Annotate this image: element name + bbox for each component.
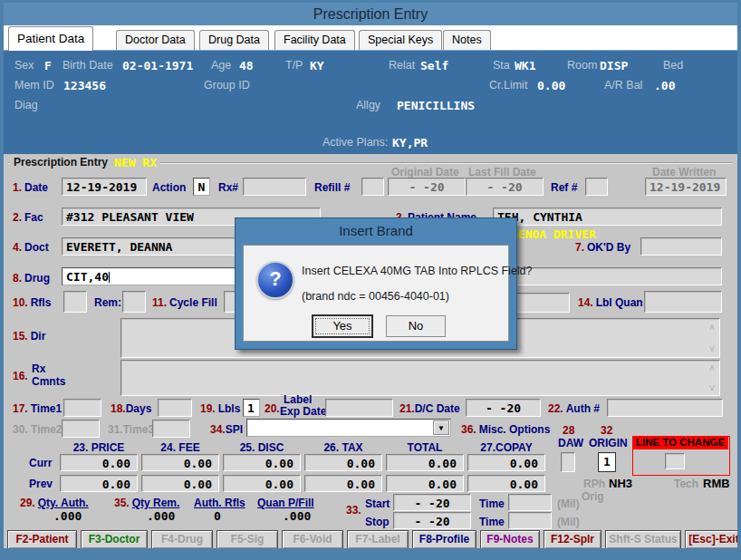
tab-strip: Patient Data Doctor Data Drug Data Facil… — [4, 25, 737, 51]
f7-label-button: F7-Label — [347, 530, 409, 549]
origin-num: 32 — [601, 424, 612, 437]
rph-value: NH3 — [609, 477, 632, 490]
stop-date-field[interactable]: - -20 — [393, 512, 471, 529]
label-exp-date-field[interactable] — [325, 399, 393, 417]
origin-header: ORIGIN — [589, 437, 628, 449]
new-rx-status: NEW RX — [111, 156, 160, 169]
f2-patient-button[interactable]: F2-Patient — [7, 530, 77, 549]
rx-cmnts-label-2: Cmnts — [32, 375, 65, 388]
action-field[interactable]: N — [193, 178, 210, 196]
yes-button[interactable]: Yes — [313, 315, 372, 337]
prev-price-field: 0.00 — [60, 475, 138, 492]
lbls-field[interactable]: 1 — [243, 399, 260, 417]
cr-limit-value: 0.00 — [537, 79, 565, 92]
lbl-quan-field[interactable] — [644, 291, 722, 313]
tab-facility-data[interactable]: Facility Data — [274, 30, 355, 50]
dialog-title: Insert Brand — [236, 218, 516, 244]
time1-field[interactable] — [63, 399, 101, 417]
curr-price-field[interactable]: 0.00 — [60, 454, 138, 471]
date-field[interactable]: 12-19-2019 — [62, 178, 147, 196]
origin-field[interactable]: 1 — [598, 452, 616, 472]
prev-row-label: Prev — [29, 478, 53, 490]
daw-field[interactable] — [561, 452, 575, 472]
rem-field[interactable] — [122, 291, 146, 313]
birth-date-value: 02-01-1971 — [122, 59, 193, 72]
scroll-down-icon[interactable]: ∨ — [707, 344, 717, 353]
f12-splr-button[interactable]: F12-Splr — [544, 530, 601, 549]
f5-sig-button: F5-Sig — [217, 530, 278, 549]
rx-cmnts-textarea[interactable]: ∧ ∨ — [120, 360, 720, 396]
start-time-field[interactable] — [508, 494, 552, 511]
start-date-field[interactable]: - -20 — [393, 494, 471, 511]
qty-rem-label: 35.Qty Rem. — [114, 497, 179, 509]
start-mil-label: (Mil) — [557, 497, 580, 510]
stop-mil-label: (Mil) — [557, 516, 580, 528]
groupbox-label: Prescription Entry — [10, 156, 111, 169]
stop-time-field[interactable] — [508, 512, 552, 529]
last-fill-date-label: Last Fill Date — [468, 166, 536, 179]
tab-notes[interactable]: Notes — [443, 30, 491, 50]
quan-pfill-value: .000 — [283, 509, 311, 523]
tab-drug-data[interactable]: Drug Data — [199, 30, 269, 50]
curr-copay-field[interactable]: 0.00 — [467, 454, 545, 471]
refill-label: Refill # — [314, 181, 350, 194]
f4-drug-button: F4-Drug — [151, 530, 213, 549]
f3-doctor-button[interactable]: F3-Doctor — [81, 530, 148, 549]
daw-header: DAW — [558, 437, 583, 449]
rfls-field[interactable] — [63, 291, 87, 313]
curr-disc-field[interactable]: 0.00 — [223, 454, 301, 471]
time2-label: 30. Time2 — [13, 423, 63, 436]
window-title: Prescription Entry — [4, 3, 737, 25]
genoa-driver-flag: GENOA DRIVER — [511, 227, 596, 241]
chevron-down-icon[interactable]: ▼ — [433, 420, 449, 435]
diag-label: Diag — [14, 99, 38, 111]
dc-date-field[interactable]: - -20 — [466, 399, 541, 417]
date-written-field: 12-19-2019 — [645, 178, 727, 196]
spi-dropdown[interactable]: ▼ — [246, 419, 451, 437]
scroll-down-icon[interactable]: ∨ — [707, 383, 717, 392]
active-plans-label: Active Plans: — [322, 136, 388, 149]
total-header: TOTAL — [386, 441, 464, 454]
esc-exit-button[interactable]: [Esc]-Exit — [685, 530, 741, 549]
curr-tax-field[interactable]: 0.00 — [304, 454, 382, 471]
curr-fee-field[interactable]: 0.00 — [141, 454, 219, 471]
qty-auth-value: .000 — [53, 509, 82, 523]
patient-name-field[interactable]: TEH, CYNTHIA — [493, 208, 722, 226]
group-id-label: Group ID — [204, 79, 250, 92]
misc-options-label: 36.Misc. Options — [461, 423, 550, 436]
no-button[interactable]: No — [386, 315, 446, 337]
dialog-body: ? Insert CELEXA 40MG TAB Into RPLCS Fiel… — [243, 245, 509, 342]
start-label: Start — [365, 497, 390, 510]
disc-header: 25. DISC — [223, 441, 301, 454]
auth-number-field[interactable] — [607, 399, 723, 417]
scroll-up-icon[interactable]: ∧ — [707, 323, 717, 332]
mem-id-value: 123456 — [63, 79, 106, 92]
time3-label: 31.Time3 — [108, 423, 154, 436]
refill-field[interactable] — [361, 178, 384, 196]
age-value: 48 — [239, 59, 254, 72]
dc-date-label: 21.D/C Date — [399, 402, 460, 415]
prev-copay-field: 0.00 — [467, 475, 545, 492]
label-exp-date-label-1: Label — [284, 393, 312, 406]
tab-doctor-data[interactable]: Doctor Data — [116, 30, 195, 50]
tab-special-keys[interactable]: Special Keys — [359, 30, 442, 50]
fac-label: 2.Fac — [13, 211, 43, 224]
stop-label: Stop — [365, 516, 390, 528]
f8-profile-button[interactable]: F8-Profile — [412, 530, 476, 549]
tax-header: 26. TAX — [304, 441, 382, 454]
okd-by-field[interactable] — [640, 237, 722, 256]
tp-value: KY — [310, 59, 324, 72]
dir-label: 15.Dir — [13, 330, 45, 343]
days-field[interactable] — [158, 399, 192, 417]
rx-number-field[interactable] — [243, 178, 306, 196]
f9-notes-button[interactable]: F9-Notes — [480, 530, 540, 549]
scroll-up-icon[interactable]: ∧ — [707, 363, 717, 372]
price-header: 23. PRICE — [60, 441, 138, 454]
curr-total-field: 0.00 — [386, 454, 464, 471]
line-to-change-field[interactable] — [665, 453, 685, 469]
fee-header: 24. FEE — [141, 441, 219, 454]
ar-bal-value: .00 — [654, 79, 675, 92]
original-date-label: Original Date — [391, 166, 459, 179]
tab-patient-data[interactable]: Patient Data — [8, 26, 93, 51]
ref-number-field[interactable] — [585, 178, 608, 196]
